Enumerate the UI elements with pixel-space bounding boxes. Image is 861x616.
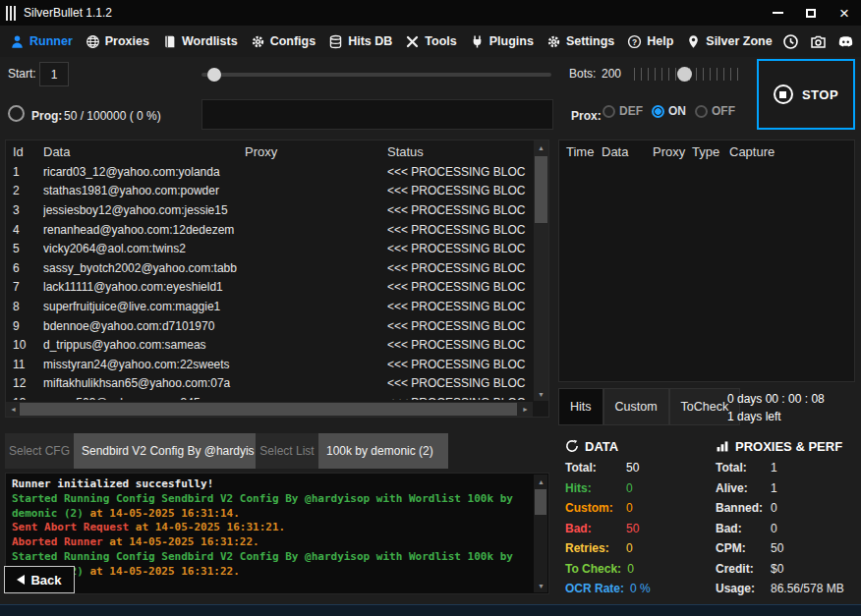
column-header-time[interactable]: Time [566, 144, 602, 159]
stat-credit: Credit:$0 [716, 559, 855, 580]
history-button[interactable] [782, 33, 799, 50]
log-scroll-thumb[interactable] [535, 489, 546, 515]
minimize-button[interactable] [761, 0, 794, 26]
vertical-scroll-thumb[interactable] [535, 156, 547, 223]
result-row[interactable]: 3jessiesboy12@yahoo.com:jessie15<<< PROC… [6, 200, 534, 220]
stat-label: Alive: [716, 481, 765, 495]
cell-data: misstyran24@yahoo.com:22sweets [43, 358, 245, 371]
back-button[interactable]: Back [4, 566, 75, 593]
history-icon [782, 33, 799, 50]
cell-id: 9 [6, 319, 43, 333]
progress-display [201, 99, 553, 130]
close-button[interactable]: × [828, 0, 861, 26]
nav-item-tools[interactable]: Tools [405, 34, 456, 49]
horizontal-scrollbar[interactable]: ◄ ► [6, 402, 533, 417]
nav-item-plugins[interactable]: Plugins [470, 34, 534, 49]
cell-status: <<< PROCESSING BLOC [387, 203, 534, 217]
column-header-status[interactable]: Status [387, 144, 548, 159]
tab-hits[interactable]: Hits [558, 388, 603, 425]
column-header-capture[interactable]: Capture [729, 144, 854, 159]
nav-item-hits-db[interactable]: Hits DB [328, 34, 392, 49]
gear-icon [251, 34, 265, 49]
scroll-right-icon[interactable]: ► [518, 402, 533, 417]
stat-ocrrate: OCR Rate:0 % [565, 579, 715, 599]
runner-icon [10, 34, 25, 49]
svg-text:?: ? [632, 36, 637, 46]
result-row[interactable]: 9bdennoe@yahoo.com:d7101970<<< PROCESSIN… [6, 316, 534, 336]
stat-custom: Custom:0 [565, 498, 715, 519]
nav-item-help[interactable]: ?Help [627, 34, 673, 49]
result-row[interactable]: 7lack11111@yahoo.com:eyeshield1<<< PROCE… [6, 278, 534, 298]
start-slider[interactable] [201, 73, 551, 77]
result-row[interactable]: 5vicky2064@aol.com:twins2<<< PROCESSING … [6, 239, 534, 258]
result-row[interactable]: 1ricard03_12@yahoo.com:yolanda<<< PROCES… [6, 162, 534, 182]
progress-value: 50 / 100000 ( 0 %) [64, 109, 161, 123]
scroll-up-icon[interactable]: ▲ [534, 140, 548, 154]
bots-slider[interactable] [634, 65, 744, 84]
bottom-strip [0, 604, 861, 616]
nav-items: RunnerProxiesWordlistsConfigsHits DBTool… [10, 34, 773, 49]
select-wordlist-button[interactable]: Select List [256, 433, 318, 469]
nav-item-label: Help [647, 34, 673, 48]
log-scrollbar[interactable]: ▲ ▼ [534, 475, 547, 592]
stat-value: 0 [771, 522, 777, 535]
log-line: Sent Abort Request at 14-05-2025 16:31:2… [12, 521, 531, 535]
result-row[interactable]: 4renanhead@yahoo.com:12dedezem<<< PROCES… [6, 220, 534, 240]
prox-option-def[interactable]: DEF [603, 104, 643, 118]
result-row[interactable]: 2stathas1981@yahoo.com:powder<<< PROCESS… [6, 182, 534, 201]
nav-item-proxies[interactable]: Proxies [86, 34, 149, 49]
nav-item-runner[interactable]: Runner [10, 34, 73, 49]
column-header-data[interactable]: Data [43, 144, 245, 159]
minimize-icon [773, 12, 783, 14]
help-icon: ? [627, 34, 642, 49]
stat-hits: Hits:0 [565, 478, 715, 499]
vertical-scrollbar[interactable]: ▲ ▼ [534, 140, 548, 401]
stat-bad: Bad:0 [716, 519, 855, 539]
horizontal-scroll-thumb[interactable] [20, 403, 517, 416]
data-stats-title: DATA [585, 439, 618, 454]
stat-value: 0 [627, 562, 634, 576]
nav-item-wordlists[interactable]: Wordlists [162, 34, 238, 49]
start-slider-knob[interactable] [207, 68, 221, 82]
proxy-mode-label: Prox: [571, 109, 602, 123]
tab-custom[interactable]: Custom [603, 388, 669, 425]
maximize-button[interactable] [794, 0, 828, 26]
column-header-proxy[interactable]: Proxy [653, 144, 692, 159]
stat-label: Bad: [565, 522, 620, 535]
result-row[interactable]: 11misstyran24@yahoo.com:22sweets<<< PROC… [6, 355, 534, 374]
scroll-down-icon[interactable]: ▼ [534, 387, 548, 401]
stop-button[interactable]: STOP [757, 59, 855, 130]
column-header-data[interactable]: Data [602, 144, 653, 159]
prox-option-off[interactable]: OFF [695, 104, 735, 118]
cell-data: sassy_byotch2002@yahoo.com:tabb [43, 261, 245, 275]
pin-icon [686, 34, 701, 49]
nav-item-configs[interactable]: Configs [251, 34, 316, 49]
globe-icon [86, 34, 100, 49]
cell-id: 5 [6, 242, 43, 255]
cell-status: <<< PROCESSING BLOC [387, 376, 534, 390]
result-row[interactable]: 10d_trippus@yahoo.com:sameas<<< PROCESSI… [6, 335, 534, 355]
result-row[interactable]: 8superfruitjuice@live.com:maggie1<<< PRO… [6, 297, 534, 316]
column-header-proxy[interactable]: Proxy [245, 144, 387, 159]
nav-item-settings[interactable]: Settings [546, 34, 614, 49]
bots-slider-knob[interactable] [677, 67, 692, 82]
scroll-down-icon[interactable]: ▼ [534, 579, 548, 592]
nav-item-silver-zone[interactable]: Silver Zone [686, 34, 772, 49]
result-row[interactable]: 12miftakhulikhsan65@yahoo.com:07a<<< PRO… [6, 374, 534, 394]
result-row[interactable]: 13sperry503@yahoo.com:zv345cv<<< PROCESS… [6, 393, 534, 400]
result-row[interactable]: 6sassy_byotch2002@yahoo.com:tabb<<< PROC… [6, 258, 534, 278]
log-output: Runner initialized succesfully!Started R… [12, 477, 531, 591]
log-line: Started Running Config Sendbird V2 Confi… [12, 550, 531, 580]
column-header-type[interactable]: Type [692, 144, 729, 159]
select-config-button[interactable]: Select CFG [5, 433, 74, 469]
prox-option-on[interactable]: ON [652, 104, 686, 118]
column-header-id[interactable]: Id [6, 144, 43, 159]
back-arrow-icon [17, 575, 25, 585]
camera-button[interactable] [810, 33, 827, 50]
selected-wordlist-button[interactable]: 100k by demonic (2) [318, 433, 448, 469]
selected-config-button[interactable]: Sendbird V2 Config By @hardyis [74, 433, 256, 469]
scroll-up-icon[interactable]: ▲ [534, 475, 548, 488]
scroll-left-icon[interactable]: ◄ [6, 402, 21, 417]
start-input[interactable] [39, 62, 69, 86]
discord-button[interactable] [837, 33, 854, 50]
